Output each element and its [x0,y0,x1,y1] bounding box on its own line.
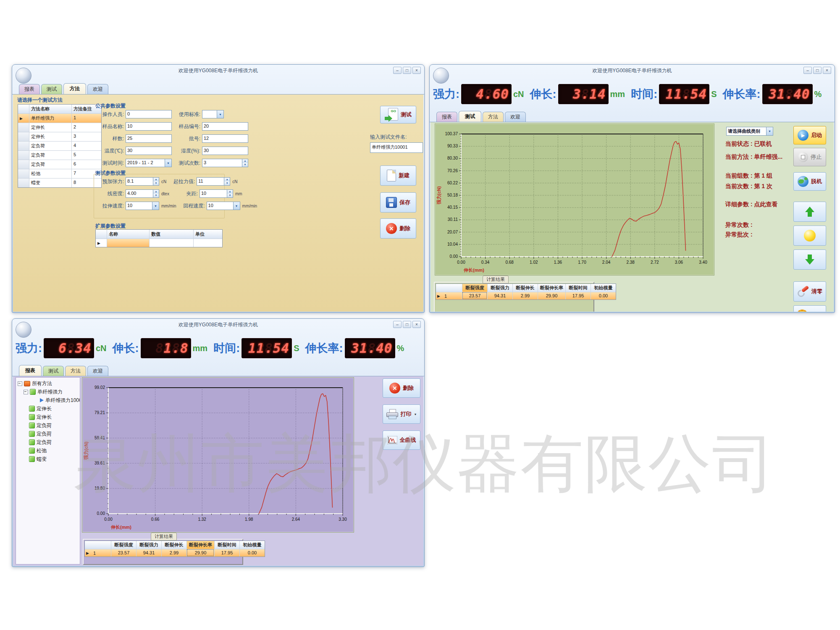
table-cell[interactable]: 23.57 [462,292,487,299]
spinner-down-icon[interactable]: ▼ [153,194,159,197]
param-input[interactable]: 10 [126,122,172,131]
chevron-down-icon[interactable]: ▼ [152,202,159,210]
tab-2[interactable]: 方法 [63,83,86,94]
table-cell[interactable]: 23.57 [111,549,136,556]
delete-button[interactable]: ✕ 删除 [380,218,416,239]
table-row[interactable]: 蠕变8 [18,178,101,187]
table-cell[interactable] [107,239,149,247]
table-col-header[interactable]: 断裂伸长 [161,541,186,549]
spinner-up-icon[interactable]: ▲ [153,178,159,181]
tree-expander-icon[interactable] [18,381,22,386]
full-curve-button[interactable]: 全曲线 [383,430,420,450]
save-button[interactable]: 保存 [380,192,416,213]
table-cell[interactable]: 定负荷 [29,141,71,150]
table-col-header[interactable]: 断裂强力 [487,284,512,292]
param-input[interactable]: 4.00▲▼ [126,189,159,198]
tree-item[interactable]: 定负荷 [16,438,80,446]
param-input[interactable]: 10▼ [207,202,240,210]
zero-clear-button[interactable]: 清零 [793,281,826,302]
table-row[interactable]: 定负荷6 [18,160,101,169]
minimize-button[interactable]: – [803,67,812,74]
tree-leaf[interactable]: 单纤维强力10001 [16,396,80,404]
table-col-header[interactable]: 名称 [107,230,149,239]
table-cell[interactable]: 94.31 [487,292,512,299]
delete-button[interactable]: ✕ 删除 [383,378,420,398]
spinner-control[interactable]: ▲▼ [153,178,159,185]
param-input[interactable]: 30 [202,147,248,155]
table-col-header[interactable]: 断裂强度 [111,541,136,549]
jog-up-button[interactable] [793,202,826,222]
spinner-up-icon[interactable]: ▲ [153,190,159,194]
param-input[interactable]: 20 [202,122,248,131]
param-input[interactable]: 8.1▲▼ [126,177,159,186]
print-button[interactable]: 打印 ▼ [383,404,420,424]
tab-3[interactable]: 欢迎 [87,366,108,376]
param-input[interactable]: 2019 - 11 - 2▼ [126,159,172,167]
offline-button[interactable]: 脱机 [793,172,826,191]
table-col-header[interactable]: 单位 [193,230,222,239]
table-cell[interactable]: 0.00 [239,549,265,556]
chevron-down-icon[interactable]: ▼ [233,202,240,210]
new-button[interactable]: 新建 [380,165,416,186]
table-row[interactable]: ▶123.5794.312.9929.9017.950.00 [436,292,616,299]
spinner-down-icon[interactable]: ▼ [242,163,248,167]
table-cell[interactable]: 定伸长 [29,132,71,141]
table-cell[interactable]: 定负荷 [29,150,71,160]
table-cell[interactable]: 29.90 [186,549,214,556]
spinner-down-icon[interactable]: ▼ [153,181,159,185]
tree-item[interactable]: 定负荷 [16,421,80,430]
maximize-button[interactable]: □ [403,321,411,328]
curve-type-select[interactable]: 请选择曲线类别 ▼ [726,127,773,136]
table-col-header[interactable]: 断裂时间 [565,284,591,292]
minimize-button[interactable]: – [393,321,402,328]
tab-1[interactable]: 测试 [459,111,481,122]
table-col-header[interactable]: 方法名称 [29,105,71,113]
table-cell[interactable]: 2.99 [512,292,538,299]
table-row[interactable]: ▶ [96,239,222,247]
tab-3[interactable]: 欢迎 [505,112,526,122]
param-input[interactable]: 12 [202,134,248,143]
tree-item[interactable]: 单纤维强力 [16,388,80,396]
table-col-header[interactable]: 初始模量 [239,541,265,549]
table-cell[interactable]: 0.00 [591,292,616,299]
tab-0[interactable]: 报表 [19,365,42,376]
table-col-header[interactable]: 断裂强力 [136,541,161,549]
tree-item[interactable]: 定伸长 [16,404,80,413]
param-input[interactable]: 10▲▼ [200,189,233,198]
close-button[interactable]: × [823,67,831,74]
table-row[interactable]: 定负荷5 [18,150,101,160]
table-row[interactable]: 松弛7 [18,169,101,178]
minimize-button[interactable]: – [393,67,402,74]
table-cell[interactable]: 29.90 [538,292,565,299]
param-input[interactable]: 30 [126,147,172,155]
table-row[interactable]: ▶单纤维强力1 [18,113,101,123]
table-row[interactable]: ▶123.5794.312.9929.9017.950.00 [85,549,265,556]
chevron-down-icon[interactable]: ▼ [766,127,773,135]
param-input[interactable]: 25 [126,134,172,143]
table-col-header[interactable]: 断裂伸长率 [186,541,214,549]
tab-0[interactable]: 报表 [19,84,40,94]
start-button[interactable]: ▶ 启动 [793,126,826,144]
filename-input[interactable]: 单纤维强力10001 [370,142,423,153]
table-row[interactable]: 定伸长3 [18,132,101,141]
tab-1[interactable]: 测试 [43,366,64,376]
jog-pause-button[interactable] [793,226,826,246]
chevron-down-icon[interactable]: ▼ [165,159,171,167]
table-col-header[interactable]: 断裂伸长 [512,284,538,292]
table-cell[interactable]: 定负荷 [29,160,71,169]
jog-down-button[interactable] [793,249,826,270]
maximize-button[interactable]: □ [403,67,411,74]
table-row[interactable]: 定伸长2 [18,123,101,132]
param-input[interactable]: 3▲▼ [202,159,248,167]
tab-3[interactable]: 欢迎 [87,84,108,94]
table-cell[interactable]: 定伸长 [29,123,71,132]
tree-item[interactable]: 定负荷 [16,430,80,438]
spinner-down-icon[interactable]: ▼ [224,181,230,185]
close-button[interactable]: × [412,321,421,328]
table-cell[interactable]: 94.31 [136,549,161,556]
table-col-header[interactable]: 初始模量 [591,284,616,292]
table-row[interactable]: 定负荷4 [18,141,101,150]
spinner-up-icon[interactable]: ▲ [242,159,248,163]
table-col-header[interactable]: 断裂强度 [462,284,487,292]
spinner-control[interactable]: ▲▼ [153,190,159,197]
